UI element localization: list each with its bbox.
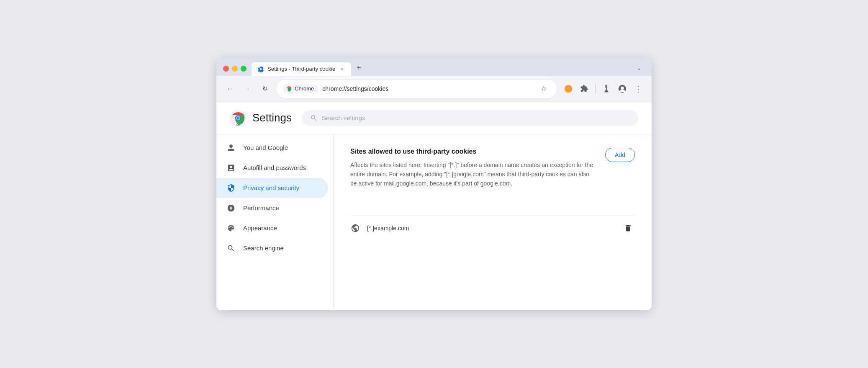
sidebar-item-autofill[interactable]: Autofill and passwords [216,158,328,178]
extension-profile-icon [564,84,573,93]
chrome-badge: Chrome [283,85,318,93]
search-bar[interactable]: Search settings [302,110,638,126]
tab-dropdown-button[interactable]: ⌄ [633,62,645,74]
forward-button[interactable]: → [241,82,254,95]
sidebar-item-search-engine[interactable]: Search engine [216,238,328,258]
search-placeholder: Search settings [322,114,365,121]
settings-header: Beta Settings Search settings [216,102,652,134]
labs-button[interactable] [600,82,613,95]
globe-icon [350,223,360,233]
sidebar-item-you-and-google[interactable]: You and Google [216,138,328,158]
more-button[interactable]: ⋮ [632,82,645,95]
reload-button[interactable]: ↻ [258,82,272,95]
profile-button[interactable] [616,82,629,95]
address-url: chrome://settings/cookies [322,85,533,92]
chrome-logo-large-icon: Beta [230,110,247,126]
sidebar-item-performance[interactable]: Performance [216,198,328,218]
svg-text:Beta: Beta [236,124,240,126]
section-header-row: Sites allowed to use third-party cookies… [350,148,635,202]
performance-icon [226,204,236,212]
person-icon [226,144,236,152]
sidebar-label-search-engine: Search engine [243,244,284,252]
new-tab-button[interactable]: + [353,62,365,74]
section-desc: Affects the sites listed here. Inserting… [350,160,595,188]
sidebar-label-autofill: Autofill and passwords [243,164,306,171]
labs-icon [602,85,611,93]
chrome-brand-label: Chrome [295,85,314,92]
site-row: [*.]example.com [350,215,635,241]
active-tab[interactable]: Settings - Third-party cookie × [252,62,351,76]
sidebar-item-appearance[interactable]: Appearance [216,218,328,238]
nav-icons: ⋮ [562,82,645,95]
settings-tab-icon [257,66,264,72]
traffic-lights [223,66,247,72]
maximize-window-button[interactable] [241,66,247,72]
trash-icon [624,224,632,232]
extension-icon-button[interactable] [562,82,575,95]
site-name: [*.]example.com [367,225,615,232]
sidebar-label-appearance: Appearance [243,224,277,232]
chrome-logo-icon [285,85,292,92]
bookmark-button[interactable]: ☆ [537,82,550,95]
search-icon [310,114,318,122]
autofill-icon [226,164,236,172]
svg-point-3 [621,86,624,89]
tab-title: Settings - Third-party cookie [267,66,335,72]
tab-close-button[interactable]: × [339,66,345,72]
shield-icon [226,184,236,192]
sidebar: You and Google Autofill and passwords [216,134,334,310]
search-engine-icon [226,244,236,252]
back-button[interactable]: ← [223,82,236,95]
section-text-block: Sites allowed to use third-party cookies… [350,148,595,202]
sidebar-label-you-and-google: You and Google [243,144,288,151]
section-title: Sites allowed to use third-party cookies [350,148,595,155]
nav-bar: ← → ↻ Chrome chrome://settings/cookies ☆ [216,76,652,102]
sidebar-item-privacy[interactable]: Privacy and security [216,178,328,198]
delete-button[interactable] [621,221,635,235]
browser-window: Settings - Third-party cookie × + ⌄ ← → … [216,58,652,310]
svg-point-1 [565,85,572,92]
settings-body: You and Google Autofill and passwords [216,134,652,310]
address-bar[interactable]: Chrome chrome://settings/cookies ☆ [276,79,557,98]
add-button[interactable]: Add [605,148,635,162]
page-title: Settings [252,111,292,124]
tab-bar: Settings - Third-party cookie × + ⌄ [252,62,645,76]
sites-list: [*.]example.com [350,215,635,241]
page-content: Beta Settings Search settings [216,102,652,310]
main-panel: Sites allowed to use third-party cookies… [334,134,652,310]
minimize-window-button[interactable] [232,66,238,72]
title-bar: Settings - Third-party cookie × + ⌄ [216,58,652,76]
settings-logo: Beta Settings [230,110,292,126]
svg-point-8 [236,116,239,119]
sidebar-label-performance: Performance [243,204,279,211]
extensions-icon [580,85,588,93]
appearance-icon [226,224,236,232]
profile-icon [618,84,627,93]
close-window-button[interactable] [223,66,229,72]
sidebar-label-privacy: Privacy and security [243,184,299,191]
nav-divider [595,84,596,93]
extensions-button[interactable] [578,82,591,95]
